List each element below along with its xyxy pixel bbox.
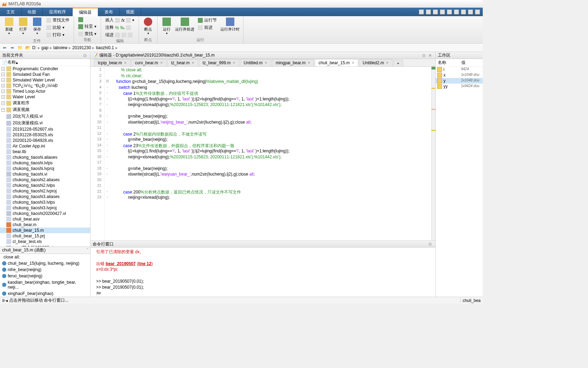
panel-toggle-icon[interactable]: ⊙ <box>83 53 88 58</box>
qa-icon-8[interactable] <box>468 9 473 14</box>
editor-tab[interactable]: Untitled.m× <box>240 59 271 66</box>
goto-2-button[interactable]: 转至 ▾ <box>77 23 98 30</box>
file-item[interactable]: chuli_bear_15.m <box>0 228 90 233</box>
file-item[interactable]: 20次测量模拟.vi <box>0 120 90 126</box>
folder-item[interactable]: +调直视频 <box>0 106 90 113</box>
workspace-columns[interactable]: 名称 值 <box>436 59 483 67</box>
qa-icon-7[interactable] <box>461 9 466 14</box>
file-item[interactable]: bear.llb <box>0 149 90 155</box>
back-button[interactable]: ⬅ <box>1 45 8 51</box>
file-item[interactable]: chukong_tiaoshi3.lvlps <box>0 199 90 205</box>
editor-tab[interactable]: tz_bear.m× <box>167 59 198 66</box>
file-item[interactable]: 20次写入模拟.vi <box>0 113 90 120</box>
breadcrumb-item[interactable]: gap <box>41 45 48 50</box>
file-item[interactable]: chuli_bear.asv <box>0 216 90 222</box>
function-item[interactable]: fenxi_bear(neijing) <box>0 273 90 279</box>
close-icon[interactable]: × <box>233 60 235 65</box>
file-item[interactable]: chukong_tiaoshi2.lvlps <box>0 183 90 188</box>
folder-item[interactable]: +Timed Loop Actor <box>0 88 90 94</box>
qa-icon-1[interactable] <box>419 9 424 14</box>
scroll-indicator[interactable] <box>431 67 435 241</box>
folder-item[interactable]: +Programmatic Controller <box>0 66 90 72</box>
workspace-row[interactable]: yy1x9424 dou <box>436 84 483 89</box>
file-item[interactable]: chukong_tiaoshi.vi <box>0 171 90 177</box>
file-item[interactable]: chukong_tiaoshi20200427.vi <box>0 211 90 216</box>
file-item[interactable]: chukong_tiaoshi2.aliases <box>0 177 90 183</box>
forward-button[interactable]: ➡ <box>9 45 15 51</box>
up-button[interactable]: 📂 <box>25 45 31 51</box>
qa-icon-9[interactable] <box>475 9 480 14</box>
new-button[interactable]: 新建▼ <box>3 17 15 36</box>
qa-icon-2[interactable] <box>426 9 431 14</box>
close-icon[interactable]: × <box>386 60 388 65</box>
file-item[interactable]: 20191228-053025.xls <box>0 132 90 138</box>
qa-icon-3[interactable] <box>433 9 438 14</box>
file-item[interactable]: 20191228-052607.xls <box>0 126 90 132</box>
main-tab-3[interactable]: 编辑器 <box>73 8 98 16</box>
file-item[interactable]: chukong_tiaoshi.lvlps <box>0 160 90 166</box>
file-item[interactable]: chuli_bear.m <box>0 222 90 228</box>
file-item[interactable]: chukong_tiaoshi3.aliases <box>0 194 90 199</box>
close-icon[interactable]: × <box>308 60 310 65</box>
editor-tab[interactable]: mingpai_bear.m× <box>272 59 314 66</box>
workspace-row[interactable]: i9424 <box>436 67 483 72</box>
close-icon[interactable]: × <box>352 60 354 65</box>
breadcrumb[interactable]: D: ▸ gap ▸ labview ▸ 20191230 ▸ tiaozhi0… <box>32 45 118 50</box>
function-panel-header[interactable]: chuli_bear_15.m (函数) ˇ <box>0 247 90 254</box>
expand-icon[interactable]: + <box>1 84 5 87</box>
qa-icon-6[interactable] <box>454 9 459 14</box>
command-window[interactable]: 引用了已清除的变量 dx。出错 bear_20190507 (line 12)x… <box>91 248 435 297</box>
file-item[interactable]: chuli_bear_15.prj <box>0 233 90 239</box>
expand-icon[interactable]: + <box>1 73 5 76</box>
breadcrumb-item[interactable]: D: <box>32 45 36 50</box>
save-button[interactable]: 保存▼ <box>31 17 44 36</box>
print-button[interactable]: 打印 ▾ <box>45 32 71 38</box>
function-item[interactable]: xinghaoF_bear(xinghao) <box>0 290 90 297</box>
add-tab-button[interactable]: + <box>393 60 403 66</box>
find-button[interactable]: 查找 ▾ <box>77 31 98 37</box>
cmd-toggle-icon[interactable]: ⊙ <box>428 242 433 247</box>
folder-item[interactable]: +TCP¿¼½¿ °Ð¿Ð¸¡¼¼Ð <box>0 83 90 88</box>
main-tab-1[interactable]: 绘图 <box>21 8 43 16</box>
find-files-button[interactable]: 查找文件 <box>45 17 71 24</box>
file-item[interactable]: chukong_tiaoshi.lvproj <box>0 166 90 171</box>
file-item[interactable]: chukong_tiaoshi.aliases <box>0 155 90 160</box>
qa-icon-5[interactable] <box>447 9 452 14</box>
editor-tab[interactable]: tcpip_bear.m× <box>94 59 131 66</box>
breadcrumb-item[interactable]: 20191230 <box>72 45 91 50</box>
folder-item[interactable]: +Simulated Dual Fan <box>0 72 90 77</box>
expand-icon[interactable]: + <box>1 78 5 82</box>
expand-icon[interactable]: + <box>1 67 5 71</box>
qa-icon-4[interactable] <box>440 9 445 14</box>
breadcrumb-item[interactable]: labview <box>53 45 67 50</box>
file-item[interactable]: cl_bear_test.xls <box>0 239 90 244</box>
editor-tab[interactable]: tz_bear_999.m× <box>199 59 239 66</box>
chevron-icon[interactable]: ˇ <box>87 248 88 253</box>
main-tab-5[interactable]: 视图 <box>120 8 141 16</box>
editor-tab[interactable]: chuli_bear_15.m× <box>315 59 358 66</box>
goto-button[interactable] <box>77 17 98 22</box>
expand-icon[interactable]: + <box>1 101 5 105</box>
up-folder-icon[interactable]: 📁 <box>17 45 23 51</box>
workspace-body[interactable]: i9424x1x1048 douy1x1048 douyy1x9424 dou <box>436 67 483 297</box>
folder-item[interactable]: +Water Level <box>0 94 90 100</box>
fold-column[interactable]: ⊟--------------- <box>105 67 110 241</box>
file-tree[interactable]: +Programmatic Controller+Simulated Dual … <box>0 66 90 247</box>
workspace-row[interactable]: y1x1048 dou <box>436 78 483 84</box>
workspace-row[interactable]: x1x1048 dou <box>436 72 483 78</box>
function-item[interactable]: nihe_bear(neijing) <box>0 267 90 273</box>
editor-tab[interactable]: curv_bear.m× <box>131 59 167 66</box>
function-item[interactable]: chuli_bear_15(lujing, liucheng, neijing) <box>0 260 90 267</box>
file-item[interactable]: chukong_tiaoshi2.lvproj <box>0 188 90 194</box>
open-button[interactable]: 打开▼ <box>17 17 29 36</box>
breakpoint-button[interactable]: 断点▼ <box>142 17 154 36</box>
indent-button[interactable]: 缩进 <box>104 32 136 38</box>
close-icon[interactable]: × <box>124 60 127 65</box>
compare-button[interactable]: 比较 ▾ <box>45 24 71 31</box>
tree-header[interactable]: 📄 名称 ▴ <box>0 59 90 66</box>
advance-button[interactable]: 前进 <box>196 24 218 31</box>
file-item[interactable]: Air Cooler App.ini <box>0 143 90 149</box>
file-item[interactable]: 20200120-084928.xls <box>0 138 90 143</box>
folder-item[interactable]: +调直程序 <box>0 100 90 106</box>
editor-tab[interactable]: Untitled2.m× <box>359 59 393 66</box>
